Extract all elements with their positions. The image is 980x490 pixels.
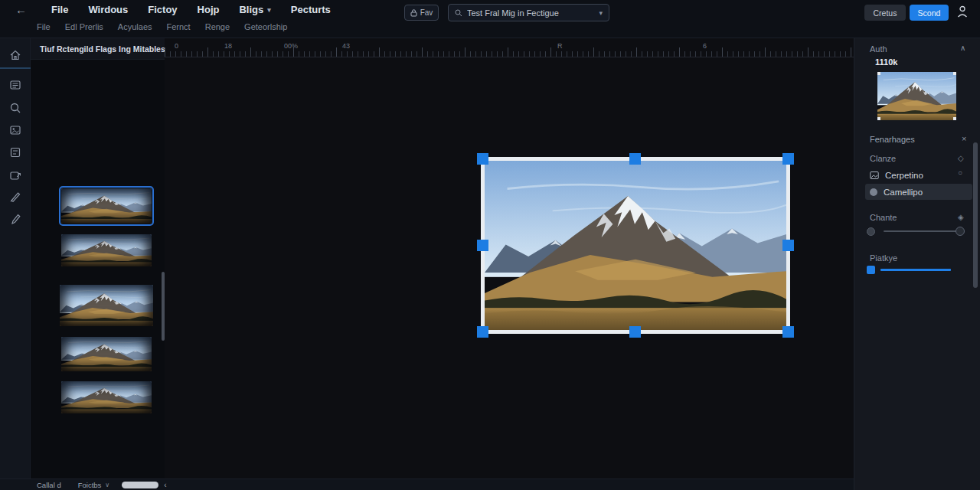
thumbnail-1-selected[interactable] <box>61 188 152 224</box>
primary-menu-row: ← File Wirdous Fictoy Hojp Bligs ▾ Pectu… <box>11 3 331 16</box>
back-arrow-icon[interactable]: ← <box>11 3 31 16</box>
ruler-label: 6 <box>703 42 707 50</box>
resize-handle-bottom-right[interactable] <box>782 326 794 338</box>
menu-wirdous[interactable]: Wirdous <box>88 4 128 15</box>
ruler-label: 18 <box>224 42 232 50</box>
resize-handle-middle-left[interactable] <box>477 240 488 251</box>
ruler-label: 0 <box>175 42 178 50</box>
active-tool-indicator <box>0 67 31 69</box>
crop-corner-mark <box>877 72 880 75</box>
layers-icon[interactable] <box>8 78 22 92</box>
selected-image[interactable] <box>481 157 790 334</box>
ruler-label: 00% <box>284 42 298 50</box>
chevron-up-icon[interactable]: ∧ <box>960 44 965 52</box>
export-icon[interactable] <box>8 168 22 182</box>
group-options-icon[interactable]: ◇ <box>958 154 964 162</box>
status-bar: Callal d Foictbs ∨ ‹ <box>0 479 854 490</box>
image-icon <box>870 171 879 180</box>
zoom-slider[interactable] <box>122 482 158 488</box>
submenu-geteorlship[interactable]: Geteorlship <box>244 22 287 31</box>
close-icon[interactable]: × <box>962 134 966 143</box>
status-dropdown[interactable]: Foictbs ∨ <box>78 481 109 489</box>
home-icon[interactable] <box>8 48 22 62</box>
status-label: Callal d <box>37 481 61 489</box>
chevron-down-icon: ∨ <box>105 482 109 488</box>
mountain-photo <box>485 161 786 330</box>
submenu-edl-prerlis[interactable]: Edl Prerlis <box>65 22 103 31</box>
menu-bligs[interactable]: Bligs ▾ <box>239 4 270 15</box>
submenu-fernct[interactable]: Fernct <box>167 22 191 31</box>
brush-icon[interactable] <box>8 190 22 204</box>
menu-file[interactable]: File <box>51 4 68 15</box>
layer-row-2-highlighted[interactable]: Camellipo <box>865 184 972 200</box>
lock-icon <box>410 9 417 17</box>
assets-panel-title: Tiuf Rctengild Flags Ing Mitables <box>40 44 165 54</box>
crop-corner-mark <box>953 72 956 75</box>
user-profile-icon[interactable] <box>957 5 968 18</box>
resize-handle-bottom-left[interactable] <box>477 326 488 338</box>
slider-group-title: Chante <box>870 213 897 222</box>
menu-hojp[interactable]: Hojp <box>198 4 220 15</box>
slider-track[interactable] <box>884 230 957 232</box>
blue-slider-group-title: Piatkye <box>870 253 897 263</box>
thumbnail-4[interactable] <box>61 337 152 371</box>
assets-panel: Tiuf Rctengild Flags Ing Mitables <box>31 38 165 479</box>
thumbnail-5[interactable] <box>61 381 152 413</box>
fav-label: Fav <box>420 8 433 17</box>
crop-corner-mark <box>877 117 880 120</box>
submenu-acyulaes[interactable]: Acyulaes <box>118 22 152 31</box>
search-value: Test Fral Mig in Fectigue <box>467 8 594 18</box>
slider-right-knob[interactable] <box>956 227 965 236</box>
search-icon <box>455 9 462 17</box>
pen-icon[interactable] <box>8 212 22 226</box>
section-title: Fenarhages <box>870 135 915 144</box>
ruler-label: R <box>557 42 563 50</box>
collapse-icon[interactable]: ‹ <box>164 481 166 489</box>
create-button[interactable]: Cretus <box>864 5 906 21</box>
properties-header: Auth <box>870 44 887 54</box>
slider-left-knob[interactable] <box>867 227 875 236</box>
left-tool-rail <box>0 38 31 479</box>
resize-handle-top-left[interactable] <box>477 153 488 165</box>
ruler-major-ticks <box>165 47 854 57</box>
thumbnail-3[interactable] <box>60 285 153 326</box>
blue-slider-swatch[interactable] <box>867 266 875 274</box>
blue-slider-track[interactable] <box>880 269 951 271</box>
menu-fictoy[interactable]: Fictoy <box>148 4 177 15</box>
search-dropdown[interactable]: Test Fral Mig in Fectigue ▾ <box>448 4 609 21</box>
top-menu-bar: ← File Wirdous Fictoy Hojp Bligs ▾ Pectu… <box>0 0 980 38</box>
crop-corner-mark <box>953 117 956 120</box>
resize-handle-bottom-middle[interactable] <box>629 326 641 338</box>
group-options-icon[interactable]: ◈ <box>958 213 964 221</box>
assets-panel-header: Tiuf Rctengild Flags Ing Mitables <box>31 38 165 60</box>
circle-icon <box>870 188 877 196</box>
document-icon[interactable] <box>8 145 22 159</box>
row-options-icon[interactable]: ○ <box>958 168 962 177</box>
send-button[interactable]: Scond <box>910 5 949 21</box>
horizontal-ruler: 0 18 00% 43 R 6 <box>165 38 854 57</box>
layer-label: Cerpetino <box>885 171 923 180</box>
secondary-menu-row: File Edl Prerlis Acyulaes Fernct Renge G… <box>37 22 287 31</box>
status-dropdown-label: Foictbs <box>78 481 102 489</box>
preview-thumbnail[interactable] <box>877 72 956 120</box>
right-panel-scrollbar[interactable] <box>973 142 978 288</box>
menu-pecturts[interactable]: Pecturts <box>291 4 331 15</box>
chevron-down-icon: ▾ <box>267 6 271 14</box>
chevron-down-icon: ▾ <box>599 9 603 17</box>
fav-button[interactable]: Fav <box>404 5 439 21</box>
properties-panel: Auth ∧ 1110k Fenarhages × Clanze ◇ Cerpe… <box>854 38 980 490</box>
layer-row-1[interactable]: Cerpetino <box>865 168 972 183</box>
menu-bligs-label: Bligs <box>239 4 263 15</box>
resize-handle-top-right[interactable] <box>782 153 794 165</box>
thumbnail-2[interactable] <box>61 234 152 266</box>
layer-label: Camellipo <box>884 188 923 197</box>
search-icon[interactable] <box>8 101 22 115</box>
image-icon[interactable] <box>8 123 22 137</box>
canvas-area[interactable]: 0 18 00% 43 R 6 <box>165 38 854 479</box>
submenu-file[interactable]: File <box>37 22 51 31</box>
resize-handle-middle-right[interactable] <box>782 240 794 251</box>
submenu-renge[interactable]: Renge <box>205 22 230 31</box>
resize-handle-top-middle[interactable] <box>629 153 641 165</box>
size-label: 1110k <box>875 57 897 67</box>
layers-group-title: Clanze <box>870 154 896 163</box>
